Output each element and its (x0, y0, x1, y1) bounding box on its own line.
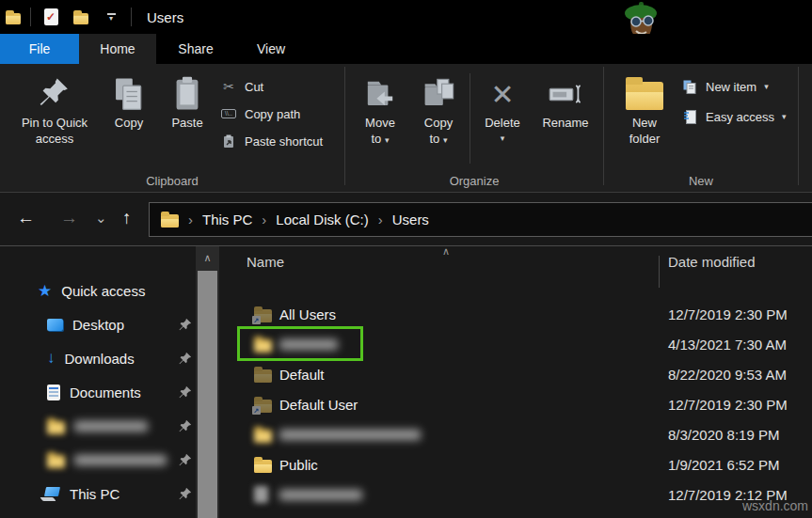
sidebar-item-redacted-2[interactable] (0, 446, 196, 474)
desktop-icon (47, 319, 63, 331)
pin-to-quick-access-label: Pin to Quick access (11, 115, 98, 147)
ribbon-group-organize: Move to ▾ Copy to ▾ ✕ Delete ▾ (345, 64, 603, 192)
file-name: Default User (279, 397, 358, 413)
column-header-name[interactable]: Name (247, 254, 284, 270)
pin-to-quick-access-button[interactable]: Pin to Quick access (11, 64, 98, 192)
copy-button[interactable]: Copy (103, 64, 154, 192)
paste-label: Paste (171, 115, 202, 131)
ribbon-group-clipboard: Pin to Quick access Copy Paste (0, 64, 344, 192)
tab-home[interactable]: Home (79, 34, 156, 64)
sidebar-item-downloads[interactable]: ↓ Downloads (0, 344, 196, 372)
paste-shortcut-icon (220, 134, 237, 149)
folder-shortcut-icon: ↗ (254, 309, 272, 322)
clipboard-small-buttons: ✂ Cut \\.. Copy path Paste shortcut (220, 64, 323, 192)
sidebar-item-this-pc[interactable]: This PC (0, 479, 196, 508)
forward-button[interactable]: → (60, 206, 78, 230)
sidebar-item-clipped (0, 511, 196, 518)
address-bar[interactable]: › This PC › Local Disk (C:) › Users (149, 202, 812, 237)
address-folder-icon (161, 214, 179, 228)
column-divider[interactable] (659, 256, 660, 288)
copy-icon (113, 73, 145, 115)
tab-share[interactable]: Share (156, 34, 235, 64)
pin-icon (179, 419, 192, 432)
paste-shortcut-button[interactable]: Paste shortcut (220, 132, 323, 150)
back-button[interactable]: ← (17, 206, 35, 230)
file-name: Default (279, 367, 325, 383)
move-to-icon (363, 73, 397, 115)
pin-icon (179, 352, 192, 365)
caret-down-icon: ▾ (385, 135, 390, 145)
delete-button[interactable]: ✕ Delete ▾ (474, 64, 531, 192)
qat-new-folder-button[interactable] (71, 6, 91, 28)
sidebar-item-desktop[interactable]: Desktop (0, 310, 196, 338)
sidebar-item-label: Quick access (61, 283, 145, 299)
check-document-icon: ✓ (44, 8, 58, 25)
column-header-date-modified[interactable]: Date modified (668, 254, 756, 270)
move-to-button[interactable]: Move to ▾ (353, 64, 407, 192)
breadcrumb-this-pc[interactable]: This PC (202, 212, 252, 228)
main-content: ★ Quick access Desktop ↓ Downloads Docum… (0, 246, 812, 518)
copy-label: Copy (115, 115, 143, 131)
file-name: Public (279, 457, 318, 473)
folder-icon (73, 13, 88, 24)
sidebar-item-documents[interactable]: Documents (0, 378, 196, 406)
copy-path-button[interactable]: \\.. Copy path (220, 104, 323, 123)
breadcrumb-local-disk-c[interactable]: Local Disk (C:) (276, 212, 368, 228)
scrollbar-up-arrow[interactable]: ∧ (196, 246, 219, 269)
caret-down-icon: ▾ (501, 131, 505, 147)
file-row-redacted-2[interactable]: 8/3/2020 8:19 PM (219, 419, 812, 449)
file-icon (254, 486, 268, 503)
file-date-modified: 4/13/2021 7:30 AM (668, 337, 787, 353)
new-item-button[interactable]: New item ▾ (681, 77, 787, 96)
copy-to-button[interactable]: Copy to ▾ (411, 64, 466, 192)
quick-access-star-icon: ★ (38, 281, 52, 301)
rename-button[interactable]: Rename (534, 64, 597, 192)
breadcrumb-users[interactable]: Users (392, 212, 429, 228)
new-folder-button[interactable]: New folder (615, 64, 674, 192)
file-date-modified: 12/7/2019 2:30 PM (668, 306, 788, 322)
blurred-label (74, 455, 167, 465)
path-icon: \\.. (220, 109, 237, 118)
sidebar-scrollbar[interactable]: ∧ (196, 246, 219, 518)
easy-access-button[interactable]: Easy access ▾ (681, 107, 787, 126)
file-date-modified: 12/7/2019 2:30 PM (668, 397, 788, 413)
qat-customize-dropdown[interactable]: ▾ (101, 6, 121, 28)
file-row-redacted-3[interactable]: 12/7/2019 2:12 PM (219, 479, 812, 510)
sidebar-item-redacted-1[interactable] (0, 412, 196, 440)
ribbon-group-divider (798, 67, 799, 185)
caret-down-icon: ▾ (443, 135, 448, 145)
file-row-default-user[interactable]: ↗ Default User 12/7/2019 2:30 PM (219, 389, 812, 419)
file-name: All Users (279, 306, 336, 322)
cut-label: Cut (245, 80, 263, 94)
ribbon-group-new: New folder New item ▾ Easy access ▾ New (604, 64, 798, 192)
titlebar-divider (131, 8, 132, 26)
sidebar-item-quick-access[interactable]: ★ Quick access (0, 276, 196, 305)
tab-view[interactable]: View (235, 34, 307, 64)
breadcrumb-separator-icon: › (188, 212, 193, 228)
file-row-all-users[interactable]: ↗ All Users 12/7/2019 2:30 PM (219, 299, 812, 329)
sidebar-item-label: Desktop (72, 317, 124, 333)
hidden-folder-icon (254, 369, 272, 383)
paste-button[interactable]: Paste (160, 64, 215, 192)
rename-icon (548, 73, 583, 115)
file-row-default[interactable]: Default 8/22/2020 9:53 AM (219, 359, 812, 389)
cut-button[interactable]: ✂ Cut (220, 77, 323, 96)
tab-file[interactable]: File (0, 34, 79, 64)
move-to-label: Move to ▾ (359, 115, 401, 149)
breadcrumb-separator-icon: › (262, 212, 266, 228)
folder-icon (47, 455, 65, 468)
group-label-clipboard: Clipboard (0, 174, 344, 188)
group-label-new: New (604, 174, 798, 188)
easy-access-icon (681, 110, 698, 124)
scrollbar-thumb[interactable] (198, 271, 217, 518)
folder-icon (47, 421, 65, 434)
folder-shortcut-icon: ↗ (254, 400, 272, 413)
up-button[interactable]: ↑ (122, 206, 132, 230)
qat-properties-button[interactable]: ✓ (40, 6, 61, 28)
file-row-public[interactable]: Public 1/9/2021 6:52 PM (219, 449, 812, 479)
document-icon (47, 385, 60, 400)
copy-to-icon (422, 73, 455, 115)
file-date-modified: 8/3/2020 8:19 PM (668, 427, 779, 443)
computer-icon (41, 487, 60, 501)
recent-locations-dropdown[interactable]: ⌄ (95, 206, 107, 230)
